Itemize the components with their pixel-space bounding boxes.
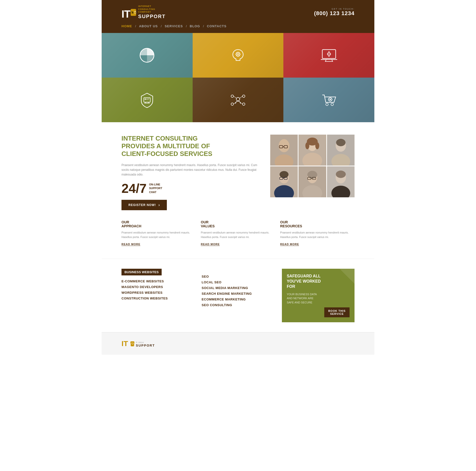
bottom-link-magento[interactable]: MAGENTO DEVELOPERS [121,284,194,290]
hero-cell-innovation[interactable] [193,33,284,78]
svg-point-5 [237,54,239,55]
svg-point-80 [336,171,346,178]
svg-line-30 [234,96,236,98]
footer-copyright: © 2014 [136,341,155,344]
contact-area: GET IN TOUCH: (800) 123 1234 [314,8,355,17]
content-flex: INTERNET CONSULTINGPROVIDES A MULTITUDE … [121,135,355,210]
safeguard-box: SAFEGUARD ALLYOU'VE WORKEDFOR YOUR BUSIN… [282,269,355,322]
svg-point-82 [132,344,133,345]
hero-cell-security[interactable] [102,78,193,122]
footer: IT © 2014 SUPPORT [102,332,374,355]
bottom-link-ecommerce[interactable]: E-COMMERCE WEBSITES [121,278,194,284]
register-btn-arrow: › [158,203,160,207]
col-resources-read-more[interactable]: READ MORE [280,243,299,246]
logo: IT INTERNETCONSULTINGCOMPANY SUPPORT [121,5,166,19]
svg-point-66 [280,171,289,178]
footer-support-text: SUPPORT [136,344,155,347]
bottom-link-sem[interactable]: SEARCH ENGINE MARKETING [202,291,274,296]
col-resources-title: OURRESOURCES [280,220,355,228]
footer-logo-it: IT [121,340,134,347]
bottom-col-business-heading: BUSINESS WEBSITES [121,269,162,275]
innovation-icon [228,45,248,65]
col-resources-text: Praesent vestibulum aenean nonummy hendr… [280,231,355,239]
svg-point-29 [242,103,245,105]
col-values-text: Praesent vestibulum aenean nonummy hendr… [201,231,275,239]
col-values-read-more[interactable]: READ MORE [201,243,220,246]
photo-grid [270,135,355,197]
register-btn-label: REGISTER NOW! [128,203,156,207]
svg-point-57 [305,142,309,149]
person-photo-2 [298,135,326,166]
bottom-link-wordpress[interactable]: WORDPRESS WEBSITES [121,290,194,295]
logo-mouse-icon [131,9,136,16]
svg-point-34 [326,103,328,106]
network-icon [228,90,248,110]
main-nav: HOME / ABOUT US / SERVICES / BLOG / CONT… [102,24,374,33]
nav-sep-2: / [161,24,162,28]
hero-cell-analytics[interactable] [102,33,193,78]
bottom-link-seo[interactable]: SEO [202,274,274,279]
col-resources: OURRESOURCES Praesent vestibulum aenean … [280,220,355,246]
logo-support-text: SUPPORT [138,14,166,19]
bottom-link-construction[interactable]: CONSTRUCTION WEBSITES [121,295,194,301]
cart-icon [319,90,339,110]
bottom-link-social-media[interactable]: SOCIAL MEDIA MARKETING [202,285,274,291]
svg-point-27 [242,95,245,97]
bottom-link-seo-consulting[interactable]: SEO CONSULTING [202,302,274,308]
nav-links: HOME / ABOUT US / SERVICES / BLOG / CONT… [121,24,355,28]
bottom-link-ecommerce-marketing[interactable]: ECOMMERCE MARKETING [202,296,274,302]
svg-point-58 [315,142,319,149]
bottom-link-local-seo[interactable]: LOCAL SEO [202,279,274,285]
nav-services[interactable]: SERVICES [165,24,186,28]
svg-rect-18 [144,98,150,102]
col-values-title: OURVALUES [201,220,275,228]
safeguard-desc: YOUR BUSINESS DATAAND NETWORK ARESAFE AN… [287,292,350,305]
col-approach-text: Praesent vestibulum aenean nonummy hendr… [121,231,196,239]
support-24-number: 24/7 [121,182,147,195]
hero-grid [102,33,374,122]
hero-cell-network[interactable] [193,78,284,122]
nav-sep-3: / [186,24,187,28]
logo-subtitle: INTERNETCONSULTINGCOMPANY [138,5,166,14]
hero-cell-ecommerce[interactable] [283,78,374,122]
person-photo-4 [270,166,298,197]
safeguard-title: SAFEGUARD ALLYOU'VE WORKEDFOR [287,274,350,289]
phone-number: (800) 123 1234 [314,10,355,17]
person-photo-3 [327,135,355,166]
nav-contacts[interactable]: CONTACTS [207,24,229,28]
svg-point-26 [231,95,234,97]
logo-it-text: IT [121,9,130,19]
photo-grid-container [270,135,355,197]
analytics-icon [137,45,157,65]
main-content: INTERNET CONSULTINGPROVIDES A MULTITUDE … [102,122,374,259]
person-photo-5 [298,166,326,197]
bottom-section: BUSINESS WEBSITES E-COMMERCE WEBSITES MA… [102,259,374,332]
support-24-block: 24/7 ON-LINESUPPORTCHAT [121,182,260,195]
main-title: INTERNET CONSULTINGPROVIDES A MULTITUDE … [121,135,260,158]
content-left: INTERNET CONSULTINGPROVIDES A MULTITUDE … [121,135,260,210]
main-body-text: Praesent vestibulum aenean nonummy hendr… [121,163,260,177]
svg-point-62 [336,139,345,146]
book-service-button[interactable]: BOOK THISSERVICE [324,307,350,317]
logo-text-block: INTERNETCONSULTINGCOMPANY SUPPORT [138,5,166,19]
svg-point-28 [231,103,234,105]
col-approach: OURAPPROACH Praesent vestibulum aenean n… [121,220,196,246]
nav-about[interactable]: ABOUT US [139,24,161,28]
col-approach-title: OURAPPROACH [121,220,196,228]
col-approach-read-more[interactable]: READ MORE [121,243,140,246]
support-24-label: ON-LINESUPPORTCHAT [149,183,162,194]
svg-point-25 [236,97,240,101]
svg-rect-22 [145,98,147,100]
shield-icon [137,90,157,110]
svg-point-2 [135,11,135,12]
svg-rect-23 [147,98,149,99]
header: IT INTERNETCONSULTINGCOMPANY SUPPORT GET… [102,0,374,24]
svg-line-31 [240,96,242,98]
laptop-icon [319,45,339,65]
svg-point-37 [329,99,331,100]
bottom-col-business: BUSINESS WEBSITES E-COMMERCE WEBSITES MA… [121,269,194,322]
hero-cell-tech[interactable] [283,33,374,78]
nav-home[interactable]: HOME [121,24,135,28]
nav-blog[interactable]: BLOG [190,24,203,28]
register-now-button[interactable]: REGISTER NOW! › [121,200,167,210]
